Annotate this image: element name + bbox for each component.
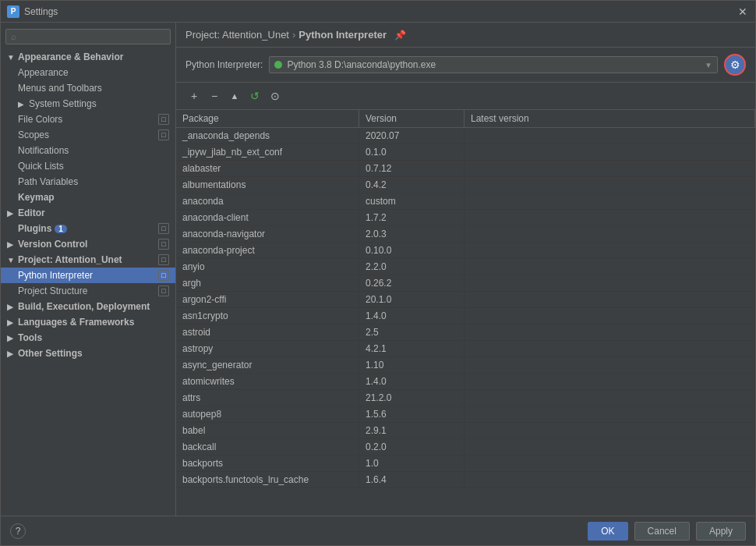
sidebar-item-project-structure[interactable]: Project Structure □ — [1, 283, 175, 299]
sidebar-item-keymap[interactable]: ▶ Keymap — [1, 190, 175, 205]
table-row[interactable]: autopep8 1.5.6 — [176, 406, 755, 423]
table-row[interactable]: anyio 2.2.0 — [176, 259, 755, 275]
chevron-down-icon: ▼ — [7, 53, 15, 62]
table-row[interactable]: babel 2.9.1 — [176, 423, 755, 439]
table-row[interactable]: anaconda-client 1.7.2 — [176, 210, 755, 226]
package-version: 1.6.4 — [359, 472, 465, 488]
table-row[interactable]: astropy 4.2.1 — [176, 341, 755, 357]
package-latest — [465, 406, 755, 422]
package-name: backcall — [176, 439, 359, 455]
package-version: 1.7.2 — [359, 210, 465, 225]
table-header: Package Version Latest version — [176, 110, 755, 128]
settings-icon: □ — [158, 270, 169, 281]
table-row[interactable]: _ipyw_jlab_nb_ext_conf 0.1.0 — [176, 144, 755, 161]
interpreter-select[interactable]: Python 3.8 D:\anaconda\python.exe ▼ — [269, 56, 718, 73]
col-header-latest: Latest version — [465, 110, 755, 127]
table-body: _anaconda_depends 2020.07 _ipyw_jlab_nb_… — [176, 128, 755, 488]
table-row[interactable]: anaconda custom — [176, 193, 755, 210]
apply-button[interactable]: Apply — [696, 522, 746, 541]
refresh-button[interactable]: ↺ — [246, 87, 263, 105]
interpreter-row: Python Interpreter: Python 3.8 D:\anacon… — [176, 48, 755, 83]
sidebar-item-languages-frameworks[interactable]: ▶ Languages & Frameworks — [1, 314, 175, 330]
sidebar-item-tools[interactable]: ▶ Tools — [1, 330, 175, 346]
sidebar: ▼ Appearance & Behavior Appearance Menus… — [1, 23, 176, 516]
sidebar-item-label: Appearance — [18, 67, 69, 78]
table-row[interactable]: anaconda-project 0.10.0 — [176, 243, 755, 259]
search-box[interactable] — [5, 29, 171, 44]
chevron-down-icon: ▼ — [705, 61, 712, 69]
up-button[interactable]: ▲ — [226, 87, 243, 105]
sidebar-item-build-execution[interactable]: ▶ Build, Execution, Deployment — [1, 299, 175, 314]
sidebar-item-label: Project Structure — [18, 285, 87, 296]
sidebar-item-project-attention[interactable]: ▼ Project: Attention_Unet □ — [1, 252, 175, 268]
sidebar-item-appearance[interactable]: Appearance — [1, 65, 175, 80]
table-row[interactable]: anaconda-navigator 2.0.3 — [176, 226, 755, 243]
package-version: 0.1.0 — [359, 144, 465, 160]
sidebar-item-label: Languages & Frameworks — [18, 317, 134, 328]
sidebar-item-label: Appearance & Behavior — [18, 51, 123, 62]
sidebar-item-notifications[interactable]: Notifications — [1, 143, 175, 158]
search-input[interactable] — [11, 31, 165, 42]
sidebar-item-plugins[interactable]: ▶ Plugins 1 □ — [1, 221, 175, 236]
package-version: 4.2.1 — [359, 341, 465, 356]
chevron-right-icon: ▶ — [7, 318, 15, 327]
table-row[interactable]: _anaconda_depends 2020.07 — [176, 128, 755, 144]
sidebar-item-menus-toolbars[interactable]: Menus and Toolbars — [1, 80, 175, 96]
col-header-package: Package — [176, 110, 359, 127]
sidebar-item-file-colors[interactable]: File Colors □ — [1, 112, 175, 127]
show-all-button[interactable]: ⊙ — [267, 87, 284, 105]
package-name: async_generator — [176, 357, 359, 373]
sidebar-item-scopes[interactable]: Scopes □ — [1, 127, 175, 143]
close-button[interactable]: ✕ — [737, 5, 749, 18]
table-row[interactable]: asn1crypto 1.4.0 — [176, 308, 755, 324]
sidebar-item-label: Tools — [18, 332, 42, 343]
table-row[interactable]: attrs 21.2.0 — [176, 390, 755, 406]
sidebar-item-label: Quick Lists — [18, 161, 64, 172]
ok-button[interactable]: OK — [588, 522, 627, 541]
package-version: 1.10 — [359, 357, 465, 373]
cancel-button[interactable]: Cancel — [634, 522, 690, 541]
sidebar-item-label: Project: Attention_Unet — [18, 254, 122, 265]
table-row[interactable]: async_generator 1.10 — [176, 357, 755, 374]
sidebar-item-editor[interactable]: ▶ Editor — [1, 205, 175, 221]
package-name: backports — [176, 456, 359, 471]
table-row[interactable]: alabaster 0.7.12 — [176, 161, 755, 177]
table-row[interactable]: albumentations 0.4.2 — [176, 177, 755, 193]
sidebar-item-system-settings[interactable]: ▶ System Settings — [1, 96, 175, 112]
table-row[interactable]: backcall 0.2.0 — [176, 439, 755, 456]
table-row[interactable]: argon2-cffi 20.1.0 — [176, 292, 755, 308]
table-row[interactable]: atomicwrites 1.4.0 — [176, 374, 755, 390]
sidebar-item-label: Menus and Toolbars — [18, 83, 102, 94]
interpreter-value: Python 3.8 D:\anaconda\python.exe — [287, 59, 436, 70]
chevron-down-icon: ▼ — [7, 256, 15, 264]
package-version: 2.0.3 — [359, 226, 465, 242]
sidebar-item-path-variables[interactable]: Path Variables — [1, 174, 175, 190]
sidebar-item-appearance-behavior[interactable]: ▼ Appearance & Behavior — [1, 49, 175, 65]
chevron-right-icon: ▶ — [7, 303, 15, 311]
table-row[interactable]: backports.functools_lru_cache 1.6.4 — [176, 472, 755, 488]
chevron-right-icon: ▶ — [7, 209, 15, 218]
package-version: 1.4.0 — [359, 374, 465, 389]
package-version: 0.4.2 — [359, 177, 465, 193]
package-latest — [465, 193, 755, 209]
package-version: 0.2.0 — [359, 439, 465, 455]
sidebar-item-version-control[interactable]: ▶ Version Control □ — [1, 236, 175, 252]
sidebar-item-other-settings[interactable]: ▶ Other Settings — [1, 346, 175, 361]
settings-icon: □ — [158, 285, 169, 296]
package-latest — [465, 456, 755, 471]
gear-button[interactable]: ⚙ — [724, 54, 746, 76]
add-package-button[interactable]: + — [185, 87, 203, 105]
help-button[interactable]: ? — [10, 523, 26, 539]
package-name: asn1crypto — [176, 308, 359, 324]
sidebar-item-python-interpreter[interactable]: Python Interpreter □ — [1, 268, 175, 283]
table-row[interactable]: astroid 2.5 — [176, 324, 755, 341]
package-name: astropy — [176, 341, 359, 356]
packages-table: Package Version Latest version _anaconda… — [176, 110, 755, 516]
sidebar-item-label: Python Interpreter — [18, 270, 93, 281]
package-name: argon2-cffi — [176, 292, 359, 307]
package-latest — [465, 161, 755, 176]
remove-package-button[interactable]: − — [206, 87, 223, 105]
table-row[interactable]: backports 1.0 — [176, 456, 755, 472]
table-row[interactable]: argh 0.26.2 — [176, 275, 755, 292]
sidebar-item-quick-lists[interactable]: Quick Lists — [1, 158, 175, 174]
